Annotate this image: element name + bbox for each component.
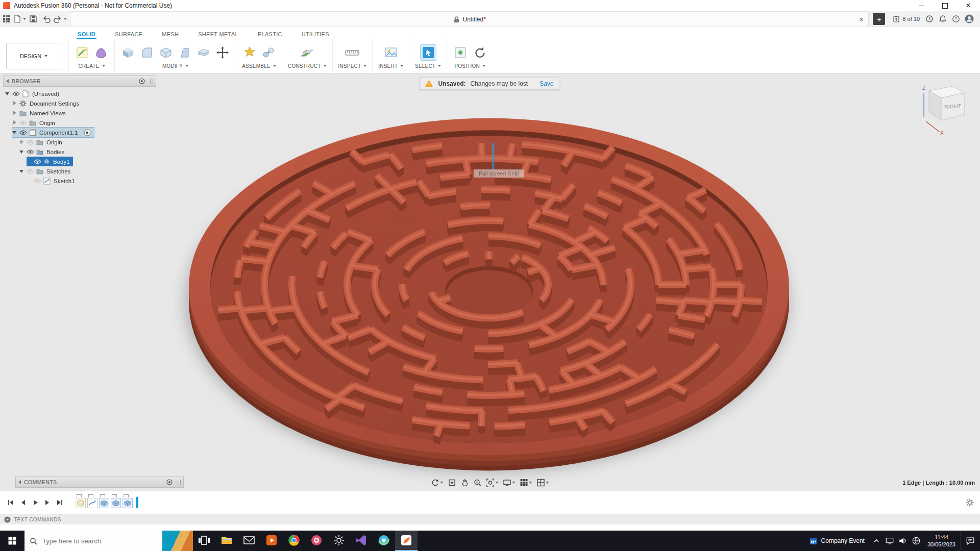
photos-button[interactable]	[305, 531, 328, 551]
pc-button[interactable]	[883, 531, 896, 551]
expanded-expander-icon[interactable]	[5, 91, 10, 96]
browser-button[interactable]	[373, 531, 395, 551]
step-forward-button[interactable]	[43, 498, 52, 507]
globe-button[interactable]	[910, 531, 923, 551]
pan-button[interactable]	[459, 478, 471, 488]
history-button[interactable]	[923, 12, 936, 26]
start-button[interactable]	[0, 531, 24, 551]
timeline-feature[interactable]	[122, 498, 133, 508]
new-component-button[interactable]	[242, 45, 257, 60]
browser-item-origin[interactable]: Origin	[19, 137, 65, 147]
step-back-button[interactable]	[18, 498, 28, 507]
construction-plane-button[interactable]	[299, 45, 315, 60]
media-button[interactable]	[260, 531, 283, 551]
chrome-button[interactable]	[283, 531, 305, 551]
taskbar-search[interactable]	[24, 531, 162, 551]
joint-button[interactable]	[261, 45, 276, 60]
activate-component-radio[interactable]	[84, 129, 91, 136]
maximize-button[interactable]	[933, 0, 957, 11]
display-settings-button[interactable]	[502, 478, 517, 488]
job-status-button[interactable]: 8 of 10	[889, 12, 923, 26]
tab-plastic[interactable]: PLASTIC	[257, 31, 283, 39]
capture-position-button[interactable]	[453, 45, 468, 60]
ribbon-group-label[interactable]: CREATE	[78, 63, 105, 69]
search-input[interactable]	[41, 537, 145, 545]
browser-item-sketches[interactable]: Sketches	[19, 166, 74, 176]
move-button[interactable]	[215, 45, 230, 60]
shell-button[interactable]	[158, 45, 174, 60]
grid-settings-button[interactable]	[519, 478, 534, 488]
insert-canvas-button[interactable]	[383, 45, 399, 60]
news-weather-widget[interactable]	[162, 531, 193, 551]
play-button[interactable]	[31, 498, 40, 507]
look-at-button[interactable]	[447, 478, 458, 488]
timeline-feature[interactable]	[76, 498, 86, 508]
panel-grip[interactable]	[150, 79, 153, 84]
ribbon-group-label[interactable]: SELECT	[415, 63, 441, 69]
redo-button[interactable]	[53, 12, 67, 26]
company-event-notification[interactable]: Company Event	[804, 531, 870, 551]
task-view-button[interactable]	[193, 531, 215, 551]
taskbar-clock[interactable]: 11:44 30/05/2023	[923, 531, 960, 551]
tab-solid[interactable]: SOLID	[77, 31, 96, 39]
new-design-tab-button[interactable]: +	[873, 13, 885, 25]
press-pull-button[interactable]	[120, 45, 136, 60]
save-link[interactable]: Save	[540, 80, 553, 87]
viewports-button[interactable]	[535, 478, 551, 488]
timeline-feature[interactable]	[87, 498, 97, 508]
split-button[interactable]	[196, 45, 211, 60]
volume-button[interactable]	[896, 531, 910, 551]
workspace-switcher[interactable]: DESIGN	[6, 43, 61, 69]
collapsed-expander-icon[interactable]	[12, 120, 17, 126]
view-cube[interactable]: Z X RIGHT	[912, 78, 973, 140]
browser-item-unsaved[interactable]: (Unsaved)	[5, 89, 62, 98]
select-button[interactable]	[421, 45, 436, 60]
undo-button[interactable]	[40, 12, 53, 26]
browser-item-component1-1[interactable]: Component1:1	[12, 128, 94, 137]
notifications-button[interactable]	[936, 12, 949, 26]
create-form-button[interactable]	[93, 45, 109, 60]
file-explorer-button[interactable]	[215, 531, 238, 551]
browser-item-document-settings[interactable]: Document Settings	[12, 98, 82, 108]
expanded-expander-icon[interactable]	[19, 169, 24, 174]
document-tab[interactable]: Untitled* ×	[70, 11, 869, 27]
ribbon-group-label[interactable]: MODIFY	[162, 63, 188, 69]
orbit-button[interactable]	[430, 478, 445, 488]
chevron-up-button[interactable]	[870, 531, 883, 551]
account-avatar[interactable]	[963, 12, 976, 26]
browser-item-body1[interactable]: Body1	[27, 157, 73, 166]
fusion-360-button[interactable]	[395, 531, 418, 551]
help-button[interactable]: ?	[949, 12, 963, 26]
panel-display-toggle-icon[interactable]	[139, 78, 145, 84]
ribbon-group-label[interactable]: INSPECT	[338, 63, 367, 69]
selected-edge-highlight[interactable]	[493, 143, 494, 170]
ribbon-group-label[interactable]: INSERT	[378, 63, 403, 69]
create-sketch-button[interactable]	[75, 45, 90, 60]
timeline-position-marker[interactable]	[136, 497, 138, 508]
expanded-expander-icon[interactable]	[19, 149, 24, 155]
ribbon-group-label[interactable]: ASSEMBLE	[242, 63, 276, 69]
fillet-button[interactable]	[139, 45, 155, 60]
panel-display-toggle-icon[interactable]	[166, 479, 173, 485]
timeline-feature[interactable]	[99, 498, 109, 508]
revert-position-button[interactable]	[472, 45, 487, 60]
browser-item-origin[interactable]: Origin	[12, 118, 58, 128]
browser-item-bodies[interactable]: Bodies	[19, 147, 67, 157]
collapse-panel-icon[interactable]	[18, 480, 21, 484]
fit-button[interactable]	[485, 478, 500, 488]
timeline-feature[interactable]	[111, 498, 121, 508]
measure-button[interactable]	[344, 45, 361, 60]
collapsed-expander-icon[interactable]	[12, 101, 17, 106]
tab-utilities[interactable]: UTILITIES	[301, 31, 330, 39]
tab-sheet-metal[interactable]: SHEET METAL	[197, 31, 239, 39]
close-document-icon[interactable]: ×	[859, 15, 863, 23]
tab-mesh[interactable]: MESH	[161, 31, 180, 39]
browser-item-sketch1[interactable]: Sketch1	[27, 176, 78, 186]
browser-item-named-views[interactable]: Named Views	[12, 108, 69, 118]
zoom-button[interactable]	[472, 478, 483, 488]
save-button[interactable]	[27, 12, 40, 26]
settings-button[interactable]	[328, 531, 350, 551]
go-to-end-button[interactable]	[55, 498, 64, 507]
text-commands-bar[interactable]: TEXT COMMANDS	[0, 514, 980, 524]
data-panel-toggle-button[interactable]	[0, 12, 13, 26]
